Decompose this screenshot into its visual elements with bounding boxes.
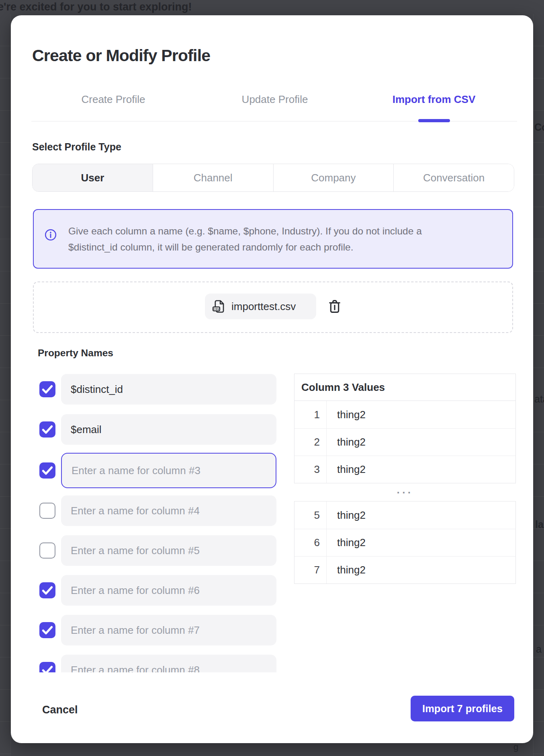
property-row-5 xyxy=(35,535,280,566)
page-title: Create or Modify Profile xyxy=(32,46,210,65)
info-line-1: Give each column a name (e.g. $name, $ph… xyxy=(68,223,502,239)
check-icon xyxy=(39,582,55,598)
tab-update-profile[interactable]: Update Profile xyxy=(223,92,327,106)
row-index: 6 xyxy=(294,529,327,556)
column-6-name-input[interactable] xyxy=(61,575,276,606)
row-index: 5 xyxy=(294,501,327,529)
column-values-table: Column 3 Values 1 thing2 2 thing2 3 thin… xyxy=(294,374,516,483)
info-line-2: $distinct_id column, it will be generate… xyxy=(68,239,502,255)
row-value: thing2 xyxy=(327,557,515,583)
row-value: thing2 xyxy=(327,429,515,456)
row-index: 3 xyxy=(294,456,327,483)
column-values-top-block: 1 thing2 2 thing2 3 thing2 xyxy=(294,401,516,483)
column-6-checkbox[interactable] xyxy=(39,582,55,598)
info-icon xyxy=(44,228,57,241)
column-7-checkbox[interactable] xyxy=(39,622,55,638)
check-icon xyxy=(39,421,55,438)
row-index: 2 xyxy=(294,429,327,456)
column-3-checkbox[interactable] xyxy=(39,462,55,479)
property-row-1 xyxy=(35,374,280,405)
profile-type-company[interactable]: Company xyxy=(273,164,394,191)
csv-file-icon: CSV xyxy=(211,299,227,314)
row-index: 1 xyxy=(294,401,327,428)
remove-file-button[interactable] xyxy=(326,298,343,315)
background-text-fragment: g xyxy=(513,742,518,752)
column-values-header: Column 3 Values xyxy=(294,374,516,401)
table-row: 5 thing2 xyxy=(294,501,515,529)
table-row: 2 thing2 xyxy=(294,428,515,456)
background-banner-text: e're excited for you to start exploring! xyxy=(0,1,192,13)
row-index: 7 xyxy=(294,557,327,583)
column-2-checkbox[interactable] xyxy=(39,421,55,438)
rows-ellipsis: ··· xyxy=(294,487,516,499)
table-row: 3 thing2 xyxy=(294,456,515,483)
background-text-fragment: lal xyxy=(535,519,544,530)
column-values-bottom-block: 5 thing2 6 thing2 7 thing2 xyxy=(294,501,516,584)
profile-type-segmented-control: User Channel Company Conversation xyxy=(32,164,514,192)
column-1-name-input[interactable] xyxy=(61,374,276,405)
background-text-fragment: a xyxy=(536,643,542,655)
column-1-checkbox[interactable] xyxy=(39,381,55,397)
property-row-6 xyxy=(35,575,280,606)
column-3-name-input[interactable] xyxy=(62,454,276,487)
column-2-name-input[interactable] xyxy=(61,414,276,445)
row-value: thing2 xyxy=(327,456,515,483)
profile-type-channel[interactable]: Channel xyxy=(153,164,273,191)
property-row-2 xyxy=(35,414,280,445)
background-table-left xyxy=(0,14,11,756)
uploaded-file-name: importtest.csv xyxy=(231,300,296,313)
info-banner-text: Give each column a name (e.g. $name, $ph… xyxy=(68,223,502,255)
background-text-fragment: Col xyxy=(534,121,544,133)
info-banner: Give each column a name (e.g. $name, $ph… xyxy=(33,209,513,269)
column-8-name-input[interactable] xyxy=(61,655,276,672)
column-7-name-input[interactable] xyxy=(61,615,276,645)
table-row: 6 thing2 xyxy=(294,529,515,556)
tab-import-from-csv[interactable]: Import from CSV xyxy=(380,92,488,106)
background-text-fragment: ata xyxy=(534,393,544,405)
uploaded-file-chip: CSV importtest.csv xyxy=(205,294,316,319)
column-values-table-bottom: 5 thing2 6 thing2 7 thing2 xyxy=(294,501,516,584)
active-tab-indicator xyxy=(418,119,450,122)
column-5-name-input[interactable] xyxy=(61,535,276,566)
svg-text:CSV: CSV xyxy=(213,307,219,311)
screen: e're excited for you to start exploring!… xyxy=(0,0,544,756)
table-row: 7 thing2 xyxy=(294,556,515,583)
csv-dropzone[interactable]: CSV importtest.csv xyxy=(33,281,513,333)
select-profile-type-label: Select Profile Type xyxy=(32,141,121,153)
trash-icon xyxy=(327,298,343,314)
property-row-4 xyxy=(35,495,280,526)
row-value: thing2 xyxy=(327,501,515,529)
profile-type-conversation[interactable]: Conversation xyxy=(393,164,514,191)
property-rows-list xyxy=(35,370,280,672)
column-4-name-input[interactable] xyxy=(61,495,276,526)
table-row: 1 thing2 xyxy=(294,401,515,428)
tab-create-profile[interactable]: Create Profile xyxy=(63,92,164,106)
check-icon xyxy=(39,462,55,479)
column-5-checkbox[interactable] xyxy=(39,542,55,559)
property-row-3 xyxy=(35,453,280,488)
property-row-7 xyxy=(35,615,280,645)
column-4-checkbox[interactable] xyxy=(39,503,55,519)
property-names-label: Property Names xyxy=(38,347,113,359)
row-value: thing2 xyxy=(327,529,515,556)
profile-type-user[interactable]: User xyxy=(33,164,153,191)
column-8-checkbox[interactable] xyxy=(39,662,55,672)
check-icon xyxy=(39,662,55,672)
row-value: thing2 xyxy=(327,401,515,428)
create-or-modify-profile-modal: Create or Modify Profile Create Profile … xyxy=(11,15,533,743)
check-icon xyxy=(39,622,55,638)
property-row-8 xyxy=(35,655,280,672)
cancel-button[interactable]: Cancel xyxy=(42,704,78,716)
check-icon xyxy=(39,381,55,397)
import-profiles-button[interactable]: Import 7 profiles xyxy=(411,696,514,721)
